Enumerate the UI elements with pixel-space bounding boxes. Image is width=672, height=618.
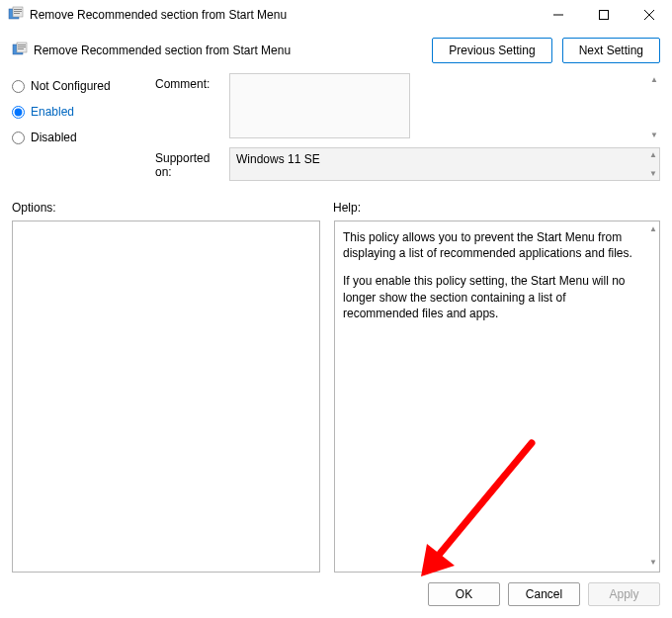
supported-on-box: Windows 11 SE ▲ ▼	[229, 147, 660, 181]
config-fields: Comment: ▲ ▼ Supported on: Windows 11 SE…	[155, 73, 660, 181]
options-pane	[12, 221, 320, 573]
policy-editor-window: Remove Recommended section from Start Me…	[0, 0, 672, 618]
svg-rect-6	[600, 11, 609, 20]
radio-enabled[interactable]: Enabled	[12, 105, 155, 119]
radio-disabled[interactable]: Disabled	[12, 131, 155, 144]
header-row: Remove Recommended section from Start Me…	[0, 30, 672, 73]
apply-button[interactable]: Apply	[588, 582, 660, 606]
scroll-down-icon: ▼	[649, 558, 657, 569]
scroll-down-icon: ▼	[649, 169, 657, 178]
supported-row: Supported on: Windows 11 SE ▲ ▼	[155, 147, 660, 181]
panes: This policy allows you to prevent the St…	[0, 221, 672, 573]
config-area: Not Configured Enabled Disabled Comment:…	[0, 73, 672, 187]
options-label: Options:	[12, 201, 333, 215]
help-pane: This policy allows you to prevent the St…	[334, 221, 660, 573]
help-scroll-hints: ▲ ▼	[649, 221, 657, 572]
help-label: Help:	[333, 201, 660, 215]
help-paragraph: If you enable this policy setting, the S…	[343, 273, 639, 321]
supported-on-value: Windows 11 SE	[236, 152, 320, 166]
svg-rect-3	[14, 11, 22, 12]
radio-not-configured[interactable]: Not Configured	[12, 79, 155, 93]
titlebar: Remove Recommended section from Start Me…	[0, 0, 672, 30]
comment-label: Comment:	[155, 73, 229, 141]
scroll-down-icon: ▼	[650, 131, 658, 139]
next-setting-button[interactable]: Next Setting	[562, 38, 660, 63]
comment-row: Comment: ▲ ▼	[155, 73, 660, 141]
window-title: Remove Recommended section from Start Me…	[30, 8, 287, 22]
window-caption-buttons	[536, 0, 672, 30]
scroll-up-icon: ▲	[649, 150, 657, 159]
scroll-up-icon: ▲	[650, 75, 658, 84]
nav-buttons: Previous Setting Next Setting	[432, 38, 660, 63]
svg-rect-12	[18, 46, 26, 47]
comment-scroll-hints: ▲ ▼	[650, 73, 658, 141]
radio-disabled-input[interactable]	[12, 132, 25, 144]
app-policy-icon	[12, 42, 28, 60]
maximize-button[interactable]	[581, 0, 627, 30]
pane-labels-row: Options: Help:	[0, 187, 672, 221]
comment-input[interactable]	[229, 73, 410, 138]
cancel-button[interactable]: Cancel	[508, 582, 580, 606]
radio-disabled-label: Disabled	[31, 131, 77, 144]
close-button[interactable]	[627, 0, 672, 30]
app-policy-icon	[8, 6, 24, 25]
supported-label: Supported on:	[155, 147, 229, 181]
svg-rect-4	[14, 13, 20, 14]
scroll-up-icon: ▲	[649, 224, 657, 235]
svg-rect-11	[18, 44, 26, 45]
ok-button[interactable]: OK	[428, 582, 500, 606]
svg-rect-13	[18, 48, 24, 49]
help-paragraph: This policy allows you to prevent the St…	[343, 229, 639, 261]
header-title: Remove Recommended section from Start Me…	[34, 44, 291, 57]
minimize-button[interactable]	[536, 0, 581, 30]
state-radio-group: Not Configured Enabled Disabled	[12, 73, 155, 181]
supported-scroll-hints: ▲ ▼	[649, 148, 657, 180]
radio-enabled-label: Enabled	[31, 105, 74, 119]
radio-not-configured-input[interactable]	[12, 80, 25, 93]
radio-enabled-input[interactable]	[12, 106, 25, 119]
previous-setting-button[interactable]: Previous Setting	[432, 38, 551, 63]
radio-not-configured-label: Not Configured	[31, 79, 111, 93]
dialog-footer: OK Cancel Apply	[0, 573, 672, 618]
svg-rect-2	[14, 9, 22, 10]
